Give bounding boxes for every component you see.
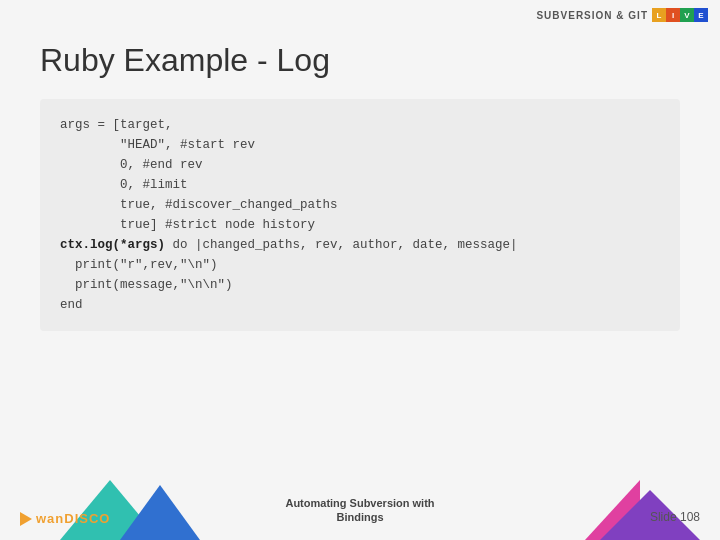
slide: SUBVERSION & GIT L I V E Ruby Example - … (0, 0, 720, 540)
code-line-10: end (60, 298, 83, 312)
top-bar: SUBVERSION & GIT L I V E (0, 0, 720, 26)
code-bold-part: ctx.log(*args) (60, 238, 165, 252)
code-block: args = [target, "HEAD", #start rev 0, #e… (40, 99, 680, 331)
wand-arrow-icon (20, 512, 32, 526)
live-v: V (680, 8, 694, 22)
live-e: E (694, 8, 708, 22)
wand-logo-text: wanDISCO (36, 511, 110, 526)
slide-number: Slide 108 (650, 510, 700, 524)
slide-title: Ruby Example - Log (40, 42, 680, 79)
brand-badge: SUBVERSION & GIT L I V E (536, 8, 708, 22)
shape-blue (120, 485, 200, 540)
live-badge: L I V E (652, 8, 708, 22)
live-i: I (666, 8, 680, 22)
code-line-5: true, #discover_changed_paths (60, 198, 338, 212)
brand-text: SUBVERSION & GIT (536, 10, 648, 21)
code-rest-part: do |changed_paths, rev, author, date, me… (165, 238, 518, 252)
footer-center: Automating Subversion with Bindings (285, 496, 434, 525)
slide-content: Ruby Example - Log args = [target, "HEAD… (0, 26, 720, 480)
code-line-6: true] #strict node history (60, 218, 315, 232)
footer-line1: Automating Subversion with (285, 496, 434, 510)
code-line-8: print("r",rev,"\n") (60, 258, 218, 272)
code-line-2: "HEAD", #start rev (60, 138, 255, 152)
footer: wanDISCO Automating Subversion with Bind… (0, 480, 720, 540)
footer-logo: wanDISCO (20, 511, 110, 526)
code-line-1: args = [target, (60, 118, 173, 132)
code-line-4: 0, #limit (60, 178, 188, 192)
live-l: L (652, 8, 666, 22)
code-line-7: ctx.log(*args) do |changed_paths, rev, a… (60, 238, 518, 252)
code-line-3: 0, #end rev (60, 158, 203, 172)
footer-line2: Bindings (285, 510, 434, 524)
code-line-9: print(message,"\n\n") (60, 278, 233, 292)
